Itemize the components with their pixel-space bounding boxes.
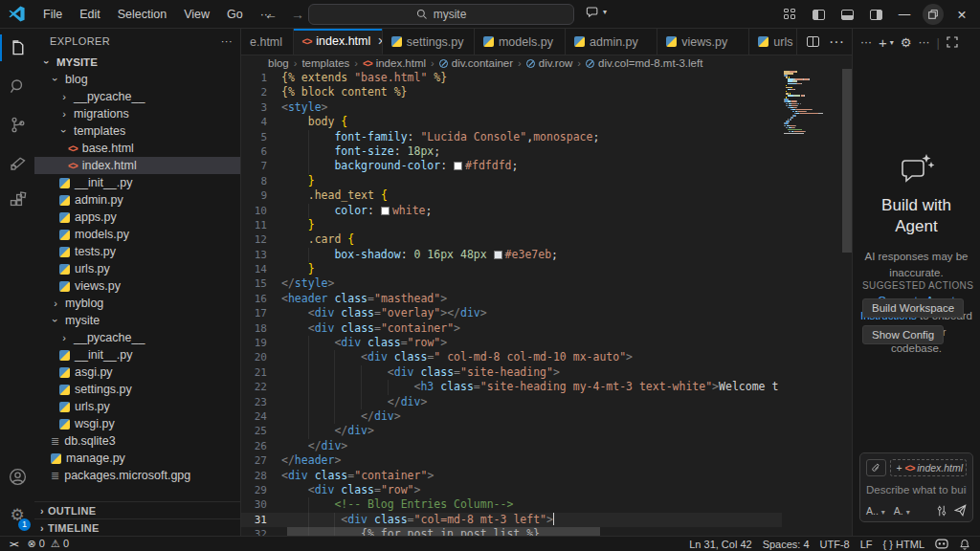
menu-view[interactable]: View (175, 4, 218, 25)
tree-item-admin-py[interactable]: admin.py (34, 191, 240, 209)
tree-item-db-sqlite3[interactable]: ≣db.sqlite3 (34, 432, 240, 450)
toggle-secondary-sidebar-icon[interactable] (863, 4, 888, 25)
explorer-icon[interactable] (0, 29, 34, 67)
mode-selector[interactable]: A.. ▾ (866, 505, 885, 517)
model-selector[interactable]: A. ▾ (894, 505, 910, 517)
tab-index-html[interactable]: <>index.html✕ (294, 29, 383, 55)
show-config-button[interactable]: Show Config (862, 325, 944, 344)
breadcrumb-item[interactable]: <>index.html (363, 57, 426, 69)
chat-overflow-icon[interactable]: ··· (918, 35, 929, 49)
token: > (334, 453, 341, 467)
breadcrumb-item[interactable]: div.container (439, 57, 513, 69)
tree-item-asgi-py[interactable]: asgi.py (34, 364, 240, 381)
attach-context-button[interactable] (866, 459, 886, 476)
tree-item-migrations[interactable]: ›migrations (34, 105, 240, 122)
copilot-status-icon[interactable] (935, 539, 948, 549)
tab-views-py[interactable]: views.py (657, 29, 749, 55)
eol-sequence[interactable]: LF (860, 539, 873, 550)
customize-layout-icon[interactable] (777, 4, 802, 25)
tree-item-apps-py[interactable]: apps.py (34, 209, 240, 226)
tab-admin-py[interactable]: admin.py (566, 29, 657, 55)
horizontal-scrollbar[interactable] (287, 527, 600, 536)
tree-item-mysite[interactable]: ›MYSITE (34, 54, 240, 71)
breadcrumb-item[interactable]: blog (268, 57, 289, 69)
chat-input-box[interactable]: + <> index.html Describe what to buil A.… (859, 452, 973, 522)
send-icon[interactable] (954, 504, 967, 517)
vertical-scrollbar[interactable] (842, 69, 852, 253)
tree-item-templates[interactable]: ›templates (34, 122, 240, 140)
window-restore-button[interactable] (921, 4, 946, 25)
tree-item--pycache-[interactable]: ›__pycache__ (34, 329, 240, 346)
encoding[interactable]: UTF-8 (820, 539, 850, 550)
tab-settings-py[interactable]: settings.py (383, 29, 475, 55)
editor-more-actions-icon[interactable]: ··· (829, 33, 844, 51)
tree-item-base-html[interactable]: <>base.html (34, 140, 240, 157)
tree-item-models-py[interactable]: models.py (34, 226, 240, 243)
problems-indicator[interactable]: ⊗ 0 ⚠ 0 (28, 538, 70, 550)
tree-item-manage-py[interactable]: manage.py (34, 450, 240, 467)
menu-file[interactable]: File (34, 4, 71, 25)
nav-back-icon[interactable]: ← (264, 7, 278, 22)
tree-item-blog[interactable]: ›blog (34, 71, 240, 88)
indent-guide (308, 159, 309, 173)
breadcrumb-item[interactable]: templates (301, 57, 349, 69)
tree-item-urls-py[interactable]: urls.py (34, 398, 240, 415)
split-editor-icon[interactable] (807, 36, 819, 47)
new-chat-chevron-icon[interactable]: ▾ (890, 38, 894, 47)
tree-item-myblog[interactable]: ›myblog (34, 295, 240, 312)
accounts-icon[interactable] (0, 457, 34, 496)
code-line-text: } (281, 262, 315, 276)
cursor-position[interactable]: Ln 31, Col 42 (689, 539, 751, 550)
window-close-button[interactable]: ✕ (949, 4, 974, 25)
command-center-search[interactable]: mysite (308, 4, 574, 25)
extensions-icon[interactable] (0, 182, 34, 220)
tree-item-wsgi-py[interactable]: wsgi.py (34, 415, 240, 432)
notifications-bell-icon[interactable] (959, 539, 970, 550)
tree-item-index-html[interactable]: <>index.html (34, 157, 240, 174)
run-debug-icon[interactable] (0, 143, 34, 182)
tree-item--init-py[interactable]: __init__.py (34, 174, 240, 191)
search-view-icon[interactable] (0, 67, 34, 105)
remote-indicator-icon[interactable]: >< (10, 540, 18, 549)
toggle-primary-sidebar-icon[interactable] (806, 4, 831, 25)
tree-item--pycache-[interactable]: ›__pycache__ (34, 88, 240, 105)
tools-icon[interactable] (936, 505, 947, 517)
indentation[interactable]: Spaces: 4 (763, 539, 810, 550)
chat-input-placeholder[interactable]: Describe what to buil (866, 484, 967, 496)
code-editor[interactable]: 1{% extends "base.html" %}2{% block cont… (241, 71, 782, 536)
section-outline[interactable]: ›OUTLINE (34, 501, 240, 518)
language-mode[interactable]: { } HTML (883, 539, 924, 550)
tab-urls[interactable]: urls (749, 29, 797, 55)
menu-edit[interactable]: Edit (71, 4, 109, 25)
menu-selection[interactable]: Selection (109, 4, 175, 25)
breadcrumb-item[interactable]: div.col=md-8.mt-3.left (586, 57, 702, 69)
context-chip[interactable]: + <> index.html (890, 459, 967, 476)
chat-more-icon[interactable]: ··· (860, 35, 872, 49)
breadcrumb[interactable]: blog›templates›<>index.html›div.containe… (241, 55, 852, 71)
section-timeline[interactable]: ›TIMELINE (34, 518, 240, 536)
source-control-icon[interactable] (0, 105, 34, 143)
window-minimize-button[interactable]: — (892, 4, 917, 25)
copilot-menu-button[interactable]: ▾ (586, 5, 607, 18)
tab-models-py[interactable]: models.py (475, 29, 566, 55)
maximize-panel-icon[interactable] (947, 36, 958, 48)
tree-item-urls-py[interactable]: urls.py (34, 260, 240, 277)
explorer-more-actions-icon[interactable]: ··· (221, 35, 233, 47)
toggle-panel-icon[interactable] (835, 4, 859, 25)
indent-guide (388, 380, 389, 394)
tree-item-settings-py[interactable]: settings.py (34, 381, 240, 398)
breadcrumb-item[interactable]: div.row (526, 57, 573, 69)
tree-item-packages-microsoft-gpg[interactable]: ≣packages.microsoft.gpg (34, 467, 240, 484)
build-workspace-button[interactable]: Build Workspace (862, 298, 964, 318)
new-chat-button[interactable]: + (879, 34, 887, 51)
settings-gear-icon[interactable]: ⚙ 1 (0, 496, 34, 534)
tree-item-views-py[interactable]: views.py (34, 277, 240, 295)
nav-forward-icon[interactable]: → (291, 7, 304, 22)
tree-item-tests-py[interactable]: tests.py (34, 243, 240, 260)
chat-settings-gear-icon[interactable]: ⚙ (901, 35, 912, 50)
tree-item--init-py[interactable]: __init__.py (34, 346, 240, 364)
minimap[interactable] (784, 71, 841, 536)
menu-go[interactable]: Go (218, 4, 252, 25)
tree-item-mysite[interactable]: ›mysite (34, 312, 240, 329)
tab-e-html[interactable]: e.html (241, 29, 294, 55)
